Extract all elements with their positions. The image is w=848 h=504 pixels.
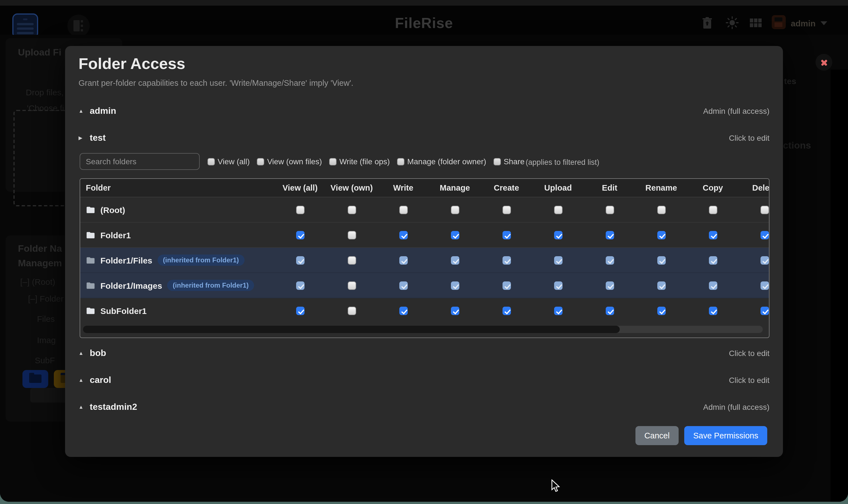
filter-label: View (all)	[218, 157, 250, 166]
scrollbar-thumb[interactable]	[83, 326, 620, 333]
permission-checkbox-edit[interactable]	[605, 256, 614, 264]
permission-checkbox-upload[interactable]	[554, 281, 562, 290]
permission-checkbox-view-all[interactable]	[296, 256, 304, 264]
caret-right-icon[interactable]: ▶	[78, 135, 90, 141]
permission-checkbox-copy[interactable]	[709, 256, 717, 264]
permission-checkbox-delete[interactable]	[760, 256, 768, 264]
permission-checkbox-manage[interactable]	[450, 256, 459, 264]
permission-checkbox-create[interactable]	[502, 281, 511, 290]
permission-checkbox-view-own[interactable]	[348, 281, 356, 290]
caret-up-icon[interactable]: ▲	[78, 404, 90, 410]
tree-item-images[interactable]: Imag	[37, 335, 56, 345]
permission-checkbox-copy[interactable]	[709, 205, 717, 214]
close-button[interactable]	[815, 54, 832, 71]
folder-mgmt-heading-1: Folder Na	[18, 243, 62, 254]
filter-checkbox[interactable]	[329, 158, 336, 165]
permission-checkbox-upload[interactable]	[554, 205, 562, 214]
search-folders-input[interactable]	[80, 153, 200, 170]
header-username[interactable]: admin	[791, 18, 815, 28]
trash-icon[interactable]	[702, 17, 712, 29]
permission-checkbox-view-own[interactable]	[348, 307, 356, 315]
caret-up-icon[interactable]: ▲	[78, 350, 90, 356]
folder-name: SubFolder1	[100, 306, 147, 316]
permission-checkbox-manage[interactable]	[450, 205, 459, 214]
user-row-bob[interactable]: ▲ bob Click to edit	[78, 344, 770, 362]
header-bar: FileRise	[0, 6, 848, 35]
permission-checkbox-rename[interactable]	[657, 256, 666, 264]
permission-checkbox-delete[interactable]	[760, 205, 768, 214]
permission-checkbox-delete[interactable]	[760, 307, 768, 315]
caret-up-icon[interactable]: ▲	[78, 377, 90, 383]
filter-checkbox[interactable]	[397, 158, 404, 165]
user-row-test[interactable]: ▶ test Click to edit	[78, 129, 770, 147]
permission-checkbox-view-all[interactable]	[296, 307, 304, 315]
filter-option-2[interactable]: View (own files)	[257, 157, 322, 166]
create-folder-button[interactable]	[22, 370, 48, 388]
filter-checkbox[interactable]	[208, 158, 215, 165]
permission-checkbox-edit[interactable]	[605, 281, 614, 290]
permission-checkbox-copy[interactable]	[709, 307, 717, 315]
filter-checkbox[interactable]	[494, 158, 501, 165]
theme-sun-icon[interactable]	[726, 16, 739, 29]
permission-checkbox-create[interactable]	[502, 256, 511, 264]
filter-option-3[interactable]: Write (file ops)	[329, 157, 390, 166]
column-header-upload: Upload	[532, 183, 584, 192]
permission-checkbox-create[interactable]	[502, 205, 511, 214]
user-row-carol[interactable]: ▲ carol Click to edit	[78, 371, 770, 389]
permission-checkbox-manage[interactable]	[450, 307, 459, 315]
permission-checkbox-copy[interactable]	[709, 231, 717, 239]
user-row-testadmin2[interactable]: ▲ testadmin2 Admin (full access)	[78, 398, 770, 416]
permission-checkbox-rename[interactable]	[657, 307, 666, 315]
cancel-button[interactable]: Cancel	[635, 426, 678, 445]
permission-checkbox-view-own[interactable]	[348, 256, 356, 264]
permission-checkbox-edit[interactable]	[605, 231, 614, 239]
permission-checkbox-upload[interactable]	[554, 256, 562, 264]
filter-checkbox[interactable]	[257, 158, 264, 165]
tree-item-files[interactable]: Files	[37, 314, 55, 323]
user-row-admin[interactable]: ▲ admin Admin (full access)	[78, 102, 770, 120]
permission-checkbox-edit[interactable]	[605, 307, 614, 315]
app-title: FileRise	[0, 15, 848, 32]
caret-up-icon[interactable]: ▲	[78, 108, 90, 114]
permission-checkbox-write[interactable]	[399, 307, 407, 315]
permission-checkbox-delete[interactable]	[760, 231, 768, 239]
permission-checkbox-view-all[interactable]	[296, 281, 304, 290]
apps-grid-icon[interactable]	[750, 17, 762, 29]
tree-item-folder1[interactable]: [–] Folder	[28, 294, 64, 303]
permission-checkbox-view-all[interactable]	[296, 231, 304, 239]
permission-checkbox-write[interactable]	[399, 231, 407, 239]
permission-checkbox-upload[interactable]	[554, 307, 562, 315]
permission-checkbox-write[interactable]	[399, 281, 407, 290]
permission-checkbox-write[interactable]	[399, 256, 407, 264]
permission-checkbox-rename[interactable]	[657, 205, 666, 214]
filter-option-4[interactable]: Manage (folder owner)	[397, 157, 486, 166]
filter-option-5[interactable]: Share	[494, 157, 525, 166]
permission-checkbox-manage[interactable]	[450, 231, 459, 239]
permission-checkbox-rename[interactable]	[657, 281, 666, 290]
dropzone-text-1: Drop files,	[26, 88, 64, 97]
permission-checkbox-view-own[interactable]	[348, 205, 356, 214]
permission-checkbox-create[interactable]	[502, 307, 511, 315]
permission-checkbox-manage[interactable]	[450, 281, 459, 290]
horizontal-scrollbar[interactable]	[83, 326, 763, 333]
filter-option-1[interactable]: View (all)	[208, 157, 250, 166]
user-name: carol	[90, 375, 111, 385]
column-header-rename: Rename	[635, 183, 687, 192]
permission-checkbox-delete[interactable]	[760, 281, 768, 290]
tree-item-root[interactable]: [–] (Root)	[20, 277, 55, 287]
folder-name: (Root)	[100, 205, 125, 214]
folder-name: Folder1	[100, 230, 131, 240]
save-permissions-button[interactable]: Save Permissions	[684, 426, 767, 445]
folder-icon	[86, 306, 95, 316]
permission-checkbox-view-own[interactable]	[348, 231, 356, 239]
user-menu-caret-icon[interactable]	[820, 21, 827, 25]
permission-checkbox-copy[interactable]	[709, 281, 717, 290]
permission-checkbox-upload[interactable]	[554, 231, 562, 239]
tree-item-subfolder[interactable]: SubF	[35, 356, 55, 365]
permission-checkbox-create[interactable]	[502, 231, 511, 239]
permission-checkbox-view-all[interactable]	[296, 205, 304, 214]
user-avatar[interactable]	[772, 15, 786, 29]
permission-checkbox-rename[interactable]	[657, 231, 666, 239]
permission-checkbox-write[interactable]	[399, 205, 407, 214]
permission-checkbox-edit[interactable]	[605, 205, 614, 214]
